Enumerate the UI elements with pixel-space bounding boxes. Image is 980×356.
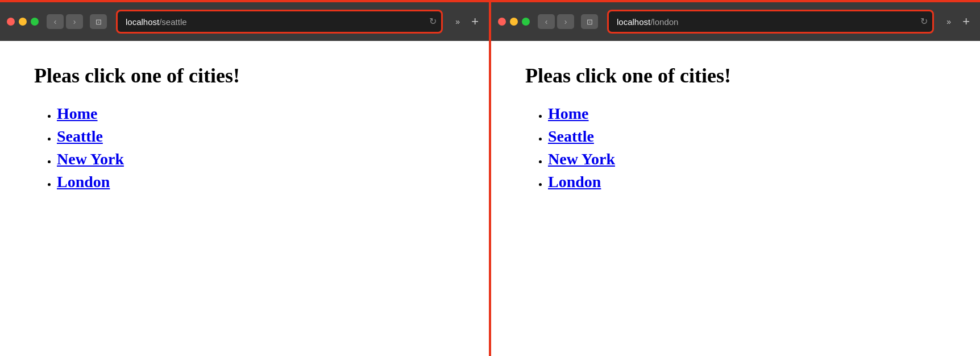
title-bar-left: ‹ › ⊡ localhost/seattle ↻ » + [0, 0, 489, 41]
address-bar-left[interactable]: localhost/seattle ↻ [118, 11, 441, 32]
more-button-left[interactable]: » [452, 15, 463, 28]
link-home-right[interactable]: Home [548, 105, 589, 122]
more-button-right[interactable]: » [943, 15, 954, 28]
list-item: New York [57, 150, 455, 168]
address-bar-wrapper-right: localhost/london ↻ [607, 10, 934, 34]
close-button[interactable] [7, 18, 15, 26]
address-bar-right[interactable]: localhost/london ↻ [609, 11, 932, 32]
list-item: London [548, 173, 946, 191]
nav-buttons-left: ‹ › [47, 14, 83, 29]
browser-left: ‹ › ⊡ localhost/seattle ↻ » + Pleas clic… [0, 0, 489, 356]
list-item: Seattle [57, 127, 455, 146]
link-home-left[interactable]: Home [57, 105, 98, 122]
list-item: New York [548, 150, 946, 168]
url-path-right: /london [650, 17, 678, 27]
nav-buttons-right: ‹ › [538, 14, 574, 29]
link-london-left[interactable]: London [57, 173, 110, 191]
page-heading-right: Pleas click one of cities! [525, 64, 946, 88]
url-domain-right: localhost [617, 17, 650, 27]
title-bar-right: ‹ › ⊡ localhost/london ↻ » + [491, 0, 980, 41]
back-button-right[interactable]: ‹ [538, 14, 555, 29]
sidebar-button-right[interactable]: ⊡ [581, 14, 598, 29]
list-item: Home [57, 105, 455, 123]
minimize-button[interactable] [19, 18, 27, 26]
link-newyork-right[interactable]: New York [548, 150, 615, 168]
page-content-right: Pleas click one of cities! Home Seattle … [491, 41, 980, 356]
link-seattle-right[interactable]: Seattle [548, 127, 594, 145]
list-item: Seattle [548, 127, 946, 146]
list-item: Home [548, 105, 946, 123]
link-london-right[interactable]: London [548, 173, 601, 191]
address-bar-wrapper-left: localhost/seattle ↻ [116, 10, 443, 34]
url-domain-left: localhost [126, 17, 159, 27]
back-button[interactable]: ‹ [47, 14, 64, 29]
list-item: London [57, 173, 455, 191]
new-tab-button-right[interactable]: + [959, 12, 973, 31]
city-list-right: Home Seattle New York London [525, 105, 946, 191]
traffic-lights-right [498, 18, 530, 26]
page-content-left: Pleas click one of cities! Home Seattle … [0, 41, 489, 356]
maximize-button[interactable] [31, 18, 39, 26]
page-heading-left: Pleas click one of cities! [34, 64, 455, 88]
sidebar-button[interactable]: ⊡ [90, 14, 107, 29]
forward-button[interactable]: › [66, 14, 83, 29]
url-path-left: /seattle [159, 17, 186, 27]
browser-right: ‹ › ⊡ localhost/london ↻ » + Pleas click… [491, 0, 980, 356]
link-seattle-left[interactable]: Seattle [57, 127, 103, 145]
reload-button-right[interactable]: ↻ [920, 17, 928, 26]
maximize-button-right[interactable] [522, 18, 530, 26]
link-newyork-left[interactable]: New York [57, 150, 124, 168]
reload-button-left[interactable]: ↻ [429, 17, 437, 26]
new-tab-button-left[interactable]: + [468, 12, 482, 31]
traffic-lights-left [7, 18, 39, 26]
city-list-left: Home Seattle New York London [34, 105, 455, 191]
minimize-button-right[interactable] [510, 18, 518, 26]
forward-button-right[interactable]: › [557, 14, 574, 29]
close-button-right[interactable] [498, 18, 506, 26]
